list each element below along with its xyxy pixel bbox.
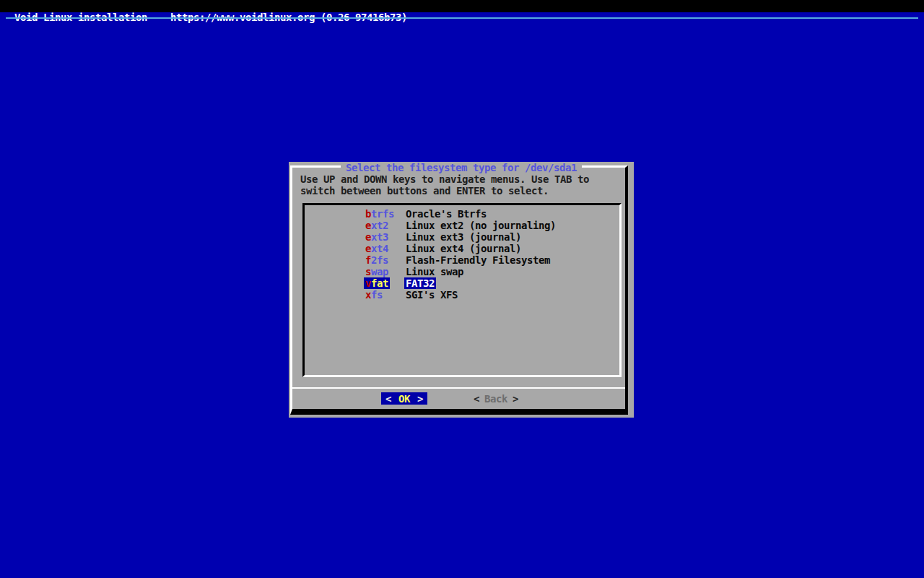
ok-button[interactable]: <OK> (381, 392, 427, 405)
menu-item-f2fs[interactable]: f2fs Flash-Friendly Filesystem (305, 254, 619, 266)
dialog-title-row: Select the filesystem type for /dev/sda1 (289, 162, 634, 173)
dialog-instructions: Use UP and DOWN keys to navigate menus. … (300, 173, 622, 197)
back-button[interactable]: <Back> (471, 392, 521, 405)
menu-tag: ext3 (364, 231, 390, 243)
menu-description: Linux ext2 (no journaling) (404, 220, 557, 231)
menu-item-vfat-selected[interactable]: vfat FAT32 (305, 277, 619, 289)
menu-description: Flash-Friendly Filesystem (404, 254, 552, 266)
instruction-line-2: switch between buttons and ENTER to sele… (300, 185, 622, 197)
button-separator-line (292, 387, 625, 389)
menu-tag: btrfs (364, 208, 396, 220)
dialog-title: Select the filesystem type for /dev/sda1 (341, 162, 582, 173)
menu-description: FAT32 (404, 277, 436, 289)
back-bracket-right: > (513, 393, 518, 405)
menu-description: Linux ext4 (journal) (404, 243, 523, 254)
menu-item-ext2[interactable]: ext2 Linux ext2 (no journaling) (305, 220, 619, 231)
menu-item-ext3[interactable]: ext3 Linux ext3 (journal) (305, 231, 619, 243)
filesystem-select-dialog: Select the filesystem type for /dev/sda1… (289, 162, 634, 418)
menu-tag: f2fs (364, 254, 390, 266)
menu-item-swap[interactable]: swap Linux swap (305, 266, 619, 277)
menu-tag: swap (364, 266, 390, 277)
filesystem-menu-list: btrfs Oracle's Btrfs ext2 Linux ext2 (no… (302, 203, 622, 377)
menu-tag: ext2 (364, 220, 390, 231)
ok-bracket-left: < (385, 393, 391, 405)
back-bracket-left: < (474, 393, 479, 405)
menu-description: SGI's XFS (404, 289, 459, 301)
menu-tag: ext4 (364, 243, 390, 254)
back-button-label: Back (484, 393, 507, 405)
menu-item-xfs[interactable]: xfs SGI's XFS (305, 289, 619, 301)
menu-item-ext4[interactable]: ext4 Linux ext4 (journal) (305, 243, 619, 254)
menu-tag: xfs (364, 289, 384, 301)
menu-description: Linux ext3 (journal) (404, 231, 523, 243)
backtitle-separator-line (6, 17, 918, 19)
instruction-line-1: Use UP and DOWN keys to navigate menus. … (300, 173, 622, 185)
menu-description: Linux swap (404, 266, 465, 277)
menu-description: Oracle's Btrfs (404, 208, 488, 220)
menu-item-btrfs[interactable]: btrfs Oracle's Btrfs (305, 208, 619, 220)
menu-tag: vfat (364, 277, 390, 289)
ok-button-label: OK (398, 393, 410, 405)
ok-bracket-right: > (417, 393, 423, 405)
backtitle-bar: Void Linux installation -- https://www.v… (0, 0, 924, 12)
